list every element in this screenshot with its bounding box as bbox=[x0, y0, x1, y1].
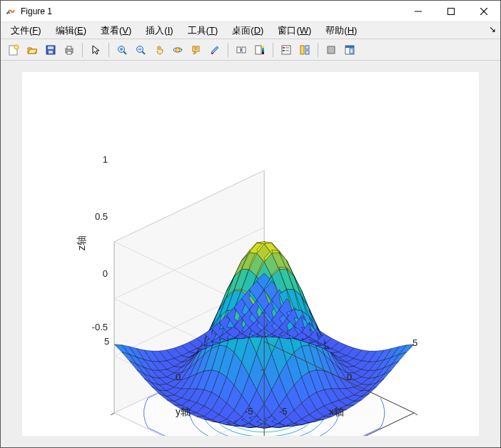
layout-choose-icon[interactable] bbox=[296, 41, 313, 58]
dock-icon[interactable] bbox=[341, 41, 358, 58]
toolbar bbox=[1, 39, 500, 61]
y-tick: 5 bbox=[104, 336, 109, 347]
svg-rect-9 bbox=[48, 46, 54, 49]
toolbar-separator bbox=[318, 43, 318, 57]
pointer-icon[interactable] bbox=[87, 41, 104, 58]
svg-rect-46 bbox=[350, 49, 353, 54]
surface-plot bbox=[22, 72, 479, 436]
svg-rect-40 bbox=[300, 46, 304, 54]
svg-rect-13 bbox=[67, 51, 71, 54]
svg-point-7 bbox=[14, 45, 19, 49]
datatip-icon[interactable] bbox=[188, 41, 205, 58]
menu-overflow-icon[interactable]: ↘ bbox=[489, 24, 496, 34]
svg-point-22 bbox=[176, 48, 180, 52]
new-figure-icon[interactable] bbox=[5, 41, 22, 58]
z-tick: 0 bbox=[86, 268, 108, 279]
save-icon[interactable] bbox=[42, 41, 59, 58]
toolbar-separator bbox=[108, 43, 109, 57]
legend-icon[interactable] bbox=[278, 41, 295, 58]
z-tick: 1 bbox=[86, 154, 108, 165]
x-tick: 5 bbox=[413, 337, 418, 348]
window-title: Figure 1 bbox=[21, 6, 52, 16]
svg-line-468 bbox=[414, 413, 418, 415]
menu-view[interactable]: 查看(V) bbox=[96, 23, 136, 39]
open-icon[interactable] bbox=[24, 41, 41, 58]
svg-rect-34 bbox=[262, 52, 264, 54]
menu-file[interactable]: 文件(F) bbox=[6, 23, 46, 39]
svg-rect-27 bbox=[237, 47, 241, 53]
x-tick: -5 bbox=[279, 406, 288, 417]
link-plot-icon[interactable] bbox=[233, 41, 250, 58]
svg-rect-43 bbox=[328, 46, 335, 54]
pan-icon[interactable] bbox=[151, 41, 168, 58]
svg-rect-26 bbox=[211, 53, 213, 54]
y-tick: -5 bbox=[245, 406, 253, 417]
svg-rect-32 bbox=[262, 48, 264, 50]
colorbar-icon[interactable] bbox=[251, 41, 268, 58]
z-tick: -0.5 bbox=[86, 322, 108, 332]
svg-line-465 bbox=[111, 413, 114, 415]
svg-rect-33 bbox=[262, 50, 264, 52]
menu-insert[interactable]: 插入(I) bbox=[141, 23, 177, 39]
svg-rect-41 bbox=[305, 46, 309, 49]
maximize-button[interactable] bbox=[435, 1, 467, 22]
toolbar-separator bbox=[273, 43, 273, 57]
svg-line-15 bbox=[123, 51, 126, 54]
svg-rect-45 bbox=[345, 46, 354, 48]
figure-canvas[interactable]: -0.5 0 0.5 1 5 0 -5 -5 0 5 z轴 y轴 x轴 bbox=[1, 61, 500, 447]
svg-rect-30 bbox=[255, 46, 261, 54]
hide-tools-icon[interactable] bbox=[323, 41, 340, 58]
menu-edit[interactable]: 编辑(E) bbox=[51, 23, 91, 39]
print-icon[interactable] bbox=[61, 41, 78, 58]
brush-icon[interactable] bbox=[206, 41, 223, 58]
svg-line-19 bbox=[142, 51, 145, 54]
svg-rect-37 bbox=[283, 50, 285, 51]
title-bar: Figure 1 bbox=[1, 1, 500, 22]
x-tick: 0 bbox=[347, 372, 352, 382]
svg-rect-31 bbox=[262, 46, 264, 48]
svg-rect-36 bbox=[283, 47, 285, 49]
minimize-button[interactable] bbox=[402, 1, 435, 22]
y-tick: 0 bbox=[176, 372, 181, 382]
svg-rect-2 bbox=[448, 8, 455, 14]
zoom-in-icon[interactable] bbox=[113, 41, 131, 58]
x-axis-label: x轴 bbox=[329, 406, 344, 419]
menu-desktop[interactable]: 桌面(D) bbox=[228, 23, 268, 39]
z-axis-label: z轴 bbox=[76, 235, 88, 250]
toolbar-separator bbox=[82, 43, 83, 57]
y-axis-label: y轴 bbox=[176, 406, 191, 419]
z-tick: 0.5 bbox=[86, 211, 108, 222]
menu-window[interactable]: 窗口(W) bbox=[273, 23, 315, 39]
svg-rect-42 bbox=[305, 51, 309, 54]
svg-rect-12 bbox=[67, 46, 71, 49]
svg-rect-10 bbox=[49, 51, 53, 54]
matlab-app-icon bbox=[5, 6, 16, 17]
axes-3d[interactable]: -0.5 0 0.5 1 5 0 -5 -5 0 5 z轴 y轴 x轴 bbox=[22, 72, 479, 436]
svg-rect-28 bbox=[242, 47, 246, 53]
menu-tools[interactable]: 工具(T) bbox=[183, 23, 223, 39]
menu-help[interactable]: 帮助(H) bbox=[321, 23, 361, 39]
toolbar-separator bbox=[228, 43, 228, 57]
menu-bar: 文件(F) 编辑(E) 查看(V) 插入(I) 工具(T) 桌面(D) 窗口(W… bbox=[1, 22, 500, 39]
close-button[interactable] bbox=[467, 1, 500, 22]
rotate3d-icon[interactable] bbox=[169, 41, 186, 58]
zoom-out-icon[interactable] bbox=[132, 41, 149, 58]
